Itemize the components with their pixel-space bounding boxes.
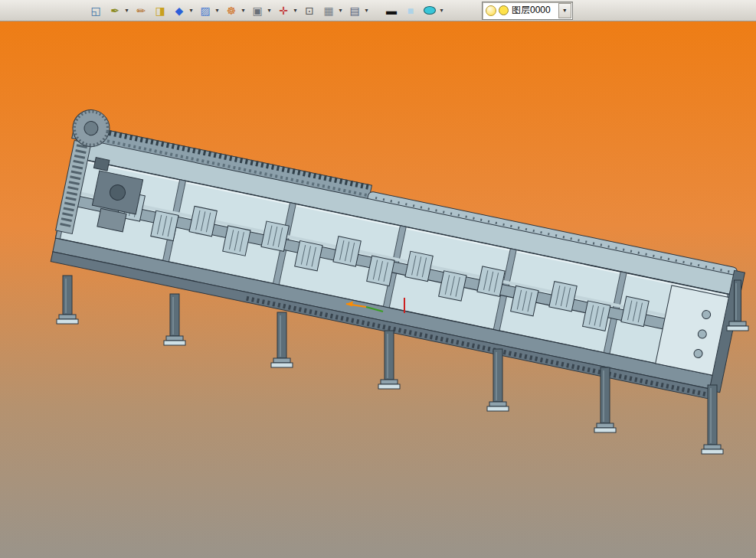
surface-style-icon-dropdown[interactable]: ▾ (214, 7, 221, 14)
move-crosshair-icon[interactable]: ✛ (275, 2, 292, 19)
carriage-plate[interactable] (549, 282, 577, 312)
support-leg[interactable] (271, 312, 293, 367)
scene-image-icon-dropdown[interactable]: ▾ (363, 7, 370, 14)
carriage-plate[interactable] (295, 240, 322, 270)
support-leg[interactable] (57, 276, 78, 324)
glue-tool-icon-dropdown[interactable]: ▾ (123, 7, 130, 14)
carriage-plate[interactable] (583, 301, 610, 331)
glue-tool-icon[interactable]: ✒ (106, 2, 123, 19)
grid-snap-icon-dropdown[interactable]: ▾ (337, 7, 344, 14)
layer-combobox-value[interactable]: 图层0000 (512, 4, 558, 17)
color-wheel-icon[interactable]: ☸ (223, 2, 240, 19)
layer-visibility-bulb-icon[interactable] (486, 5, 496, 16)
color-swatch-icon[interactable]: ■ (402, 2, 419, 19)
support-leg[interactable] (164, 294, 185, 345)
solid-cube-icon[interactable]: ◆ (171, 2, 188, 19)
color-wheel-icon-dropdown[interactable]: ▾ (240, 7, 247, 14)
toolbar-icons: ◱✒▾✏◨◆▾▨▾☸▾▣▾✛▾⊡▦▾▤▾▬■▾ (87, 2, 447, 19)
carriage-plate[interactable] (367, 256, 394, 286)
cad-application-window: ◱✒▾✏◨◆▾▨▾☸▾▣▾✛▾⊡▦▾▤▾▬■▾ 图层0000 ▾ (0, 0, 756, 558)
layer-combobox[interactable]: 图层0000 ▾ (482, 2, 573, 20)
frame-select-icon[interactable]: ⊡ (301, 2, 318, 19)
viewport[interactable] (0, 21, 756, 558)
render-mode-icon-dropdown[interactable]: ▾ (266, 7, 273, 14)
carriage-plate[interactable] (439, 271, 466, 301)
line-width-icon[interactable]: ▬ (383, 2, 400, 19)
surface-style-icon[interactable]: ▨ (197, 2, 214, 19)
carriage-plate[interactable] (333, 237, 361, 266)
cad-model-conveyor[interactable] (44, 106, 750, 454)
carriage-plate[interactable] (261, 221, 289, 251)
carriage-plate[interactable] (151, 210, 178, 240)
carriage-plate[interactable] (189, 206, 217, 236)
solid-cube-icon-dropdown[interactable]: ▾ (188, 7, 195, 14)
grid-snap-icon[interactable]: ▦ (320, 2, 337, 19)
carriage-plate[interactable] (511, 286, 538, 315)
carriage-plate[interactable] (223, 226, 250, 256)
paste-import-icon[interactable]: ◱ (87, 2, 104, 19)
move-crosshair-icon-dropdown[interactable]: ▾ (292, 7, 299, 14)
ellipse-tool-icon-dropdown[interactable]: ▾ (438, 7, 445, 14)
layer-color-swatch-icon[interactable] (499, 5, 509, 15)
carriage-plate[interactable] (477, 266, 505, 296)
render-mode-icon[interactable]: ▣ (249, 2, 266, 19)
sketch-plane-icon[interactable]: ◨ (152, 2, 169, 19)
main-toolbar: ◱✒▾✏◨◆▾▨▾☸▾▣▾✛▾⊡▦▾▤▾▬■▾ 图层0000 ▾ (0, 0, 756, 21)
pencil-tool-icon[interactable]: ✏ (133, 2, 149, 19)
viewport-canvas[interactable] (0, 21, 756, 558)
carriage-plate[interactable] (405, 251, 433, 281)
carriage-plate[interactable] (621, 296, 649, 326)
ellipse-tool-icon[interactable] (421, 2, 438, 19)
support-leg[interactable] (378, 331, 400, 389)
scene-image-icon[interactable]: ▤ (346, 2, 363, 19)
support-leg[interactable] (487, 349, 509, 411)
layer-combobox-dropdown-icon[interactable]: ▾ (558, 3, 571, 18)
